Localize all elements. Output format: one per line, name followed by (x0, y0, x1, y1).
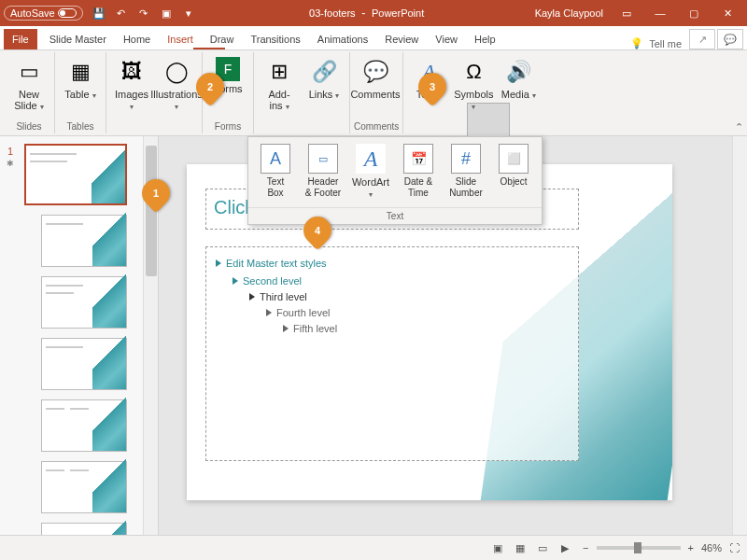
layout-thumbnail[interactable] (41, 276, 127, 329)
text-dropdown-menu: A TextBox ▭ Header& Footer A WordArt▾ 📅 … (247, 136, 543, 225)
presentation-icon[interactable]: ▣ (156, 3, 176, 23)
group-slides: Slides (7, 119, 50, 133)
save-icon[interactable]: 💾 (89, 3, 109, 23)
layout-thumbnail[interactable] (41, 215, 127, 267)
text-box-button[interactable]: A TextBox (252, 141, 299, 203)
text-box-icon: A (261, 144, 290, 174)
ribbon-tabs: File Slide Master Home Insert Draw Trans… (0, 26, 747, 50)
tab-transitions[interactable]: Transitions (242, 29, 308, 49)
new-slide-icon: ▭ (14, 57, 44, 87)
title-bar: AutoSave 💾 ↶ ↷ ▣ ▾ 03-footers - PowerPoi… (0, 0, 747, 26)
tab-insert[interactable]: Insert (159, 29, 202, 49)
dropdown-group-label: Text (248, 207, 542, 224)
zoom-slider[interactable] (597, 546, 681, 550)
restore-icon[interactable]: ▢ (678, 0, 710, 26)
object-icon: ⬜ (499, 144, 529, 174)
tab-help[interactable]: Help (466, 29, 504, 49)
media-icon: 🔊 (503, 57, 533, 87)
ribbon-options-icon[interactable]: ▭ (611, 0, 642, 26)
comments-button[interactable]: 💬 Comments (354, 55, 397, 102)
images-icon: 🖼 (117, 57, 147, 87)
ribbon-insert: ▭ NewSlide ▾ Slides ▦ Table ▾ Tables 🖼 I… (0, 50, 747, 136)
user-name[interactable]: Kayla Claypool (535, 7, 603, 19)
group-tables: Tables (59, 119, 102, 133)
master-thumbnail[interactable] (24, 144, 127, 205)
group-forms: Forms (206, 119, 249, 133)
window-title: 03-footers - PowerPoint (199, 7, 535, 20)
undo-icon[interactable]: ↶ (111, 3, 132, 23)
date-time-icon: 📅 (403, 144, 433, 174)
links-button[interactable]: 🔗 Links ▾ (303, 55, 345, 104)
tab-draw[interactable]: Draw (202, 29, 243, 49)
canvas-scrollbar[interactable] (732, 136, 747, 535)
slide-number-icon: # (451, 144, 481, 174)
thumbnail-pane: 1 ✱ (0, 136, 159, 535)
layout-thumbnail[interactable] (41, 399, 127, 452)
link-icon: 🔗 (309, 57, 339, 87)
transition-star-icon: ✱ (0, 159, 21, 168)
wordart-icon: A (356, 144, 386, 174)
tab-review[interactable]: Review (376, 29, 427, 49)
tab-file[interactable]: File (4, 29, 37, 49)
slide-number: 1 (0, 146, 21, 157)
comments-pane-icon[interactable]: 💬 (717, 29, 743, 49)
images-button[interactable]: 🖼 Images ▾ (110, 55, 153, 115)
media-button[interactable]: 🔊 Media ▾ (497, 55, 540, 104)
share-icon[interactable]: ↗ (689, 29, 715, 49)
minimize-icon[interactable]: — (644, 0, 676, 26)
slide-number-button[interactable]: # SlideNumber (443, 141, 489, 203)
addins-button[interactable]: ⊞ Add-ins ▾ (258, 55, 301, 115)
tab-home[interactable]: Home (115, 29, 159, 49)
zoom-out-button[interactable]: − (583, 542, 588, 553)
content-placeholder[interactable]: Edit Master text styles Second level Thi… (205, 246, 579, 461)
layout-thumbnail[interactable] (41, 338, 127, 390)
layout-thumbnail[interactable] (41, 461, 127, 513)
fit-window-icon[interactable]: ⛶ (729, 542, 740, 553)
close-icon[interactable]: ✕ (712, 0, 743, 26)
autosave-label: AutoSave (10, 7, 55, 19)
toggle-off-icon (58, 8, 77, 18)
tab-slide-master[interactable]: Slide Master (41, 29, 115, 49)
addins-icon: ⊞ (264, 57, 294, 87)
layout-thumbnail[interactable] (41, 523, 127, 535)
zoom-level[interactable]: 46% (701, 542, 722, 553)
group-comments: Comments (354, 119, 399, 133)
autosave-toggle[interactable]: AutoSave (4, 6, 83, 21)
redo-icon[interactable]: ↷ (134, 3, 154, 23)
slideshow-view-icon[interactable]: ▶ (555, 539, 575, 556)
quick-access-toolbar: 💾 ↶ ↷ ▣ ▾ (89, 3, 199, 23)
sorter-view-icon[interactable]: ▦ (510, 539, 530, 556)
collapse-ribbon-icon[interactable]: ⌃ (735, 121, 743, 133)
header-footer-icon: ▭ (308, 144, 338, 174)
header-footer-button[interactable]: ▭ Header& Footer (300, 141, 346, 203)
tell-me-search[interactable]: 💡 Tell me (630, 37, 682, 49)
date-time-button[interactable]: 📅 Date &Time (395, 141, 442, 203)
omega-icon: Ω (458, 57, 488, 87)
comment-icon: 💬 (360, 57, 390, 87)
symbols-button[interactable]: Ω Symbols ▾ (452, 55, 495, 115)
tab-animations[interactable]: Animations (309, 29, 376, 49)
shapes-icon: ◯ (162, 57, 191, 87)
wordart-button[interactable]: A WordArt▾ (347, 141, 394, 203)
status-bar: ▣ ▦ ▭ ▶ − + 46% ⛶ (0, 535, 747, 560)
normal-view-icon[interactable]: ▣ (487, 539, 508, 556)
table-button[interactable]: ▦ Table ▾ (59, 55, 102, 104)
zoom-in-button[interactable]: + (688, 542, 694, 553)
reading-view-icon[interactable]: ▭ (532, 539, 553, 556)
table-icon: ▦ (65, 57, 95, 87)
qat-dropdown-icon[interactable]: ▾ (178, 3, 199, 23)
illustrations-button[interactable]: ◯ Illustrations ▾ (155, 55, 198, 115)
tab-view[interactable]: View (427, 29, 466, 49)
object-button[interactable]: ⬜ Object (490, 141, 537, 203)
new-slide-button[interactable]: ▭ NewSlide ▾ (7, 55, 50, 115)
lightbulb-icon: 💡 (630, 37, 643, 49)
